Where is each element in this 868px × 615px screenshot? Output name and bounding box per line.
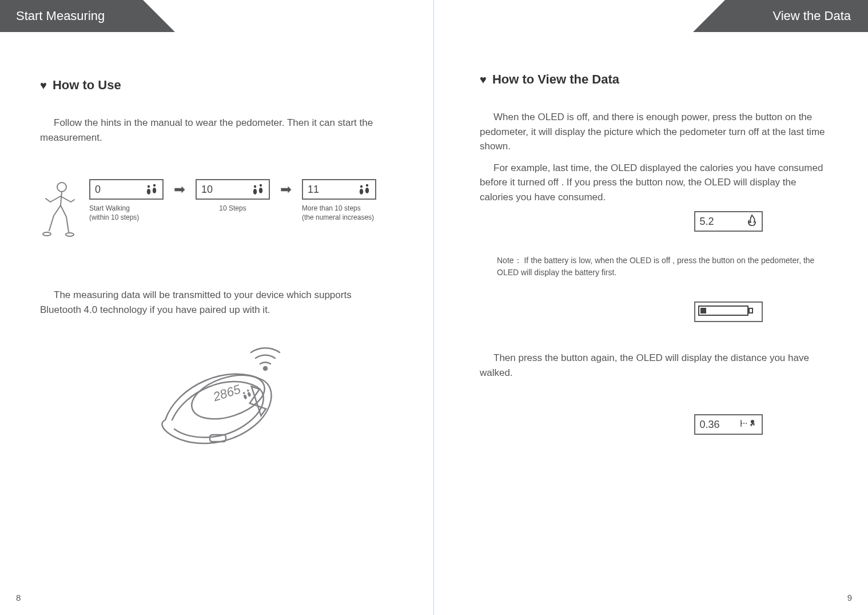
oled-value: 0.36	[700, 419, 720, 431]
note-paragraph: Note： If the battery is low, when the OL…	[497, 255, 828, 279]
tab-view-data: View the Data	[725, 0, 868, 32]
step-caption: 10 Steps	[196, 204, 270, 213]
footsteps-icon	[145, 184, 158, 195]
oled-display: 11	[302, 179, 376, 200]
step-sequence: 0 Start Walking (within 10 steps) ➡ 10	[40, 179, 393, 242]
oled-display: 0	[89, 179, 164, 200]
svg-rect-24	[700, 308, 706, 314]
svg-point-19	[242, 392, 245, 395]
oled-value: 5.2	[700, 216, 714, 228]
oled-value: 0	[95, 184, 101, 196]
heart-icon: ♥	[40, 79, 47, 92]
bluetooth-paragraph: The measuring data will be transmitted t…	[40, 288, 393, 317]
page-left: Start Measuring ♥ How to Use Follow the …	[0, 0, 434, 615]
svg-point-8	[254, 185, 256, 188]
section-how-to-use: ♥ How to Use	[40, 78, 393, 93]
footsteps-icon	[252, 184, 264, 195]
flame-icon	[747, 215, 757, 229]
svg-point-14	[366, 184, 368, 187]
svg-point-3	[147, 189, 150, 195]
tab-label: View the Data	[773, 9, 851, 23]
svg-point-1	[43, 232, 51, 236]
section-title: How to Use	[53, 78, 121, 93]
oled-distance: 0.36	[694, 414, 763, 435]
step-caption: More than 10 steps (the numeral increase…	[302, 204, 374, 222]
step-3: 11 More than 10 steps (the numeral incre…	[302, 179, 376, 222]
step-1: 0 Start Walking (within 10 steps)	[89, 179, 164, 222]
note-label: Note：	[497, 256, 522, 265]
svg-point-2	[66, 233, 74, 236]
svg-point-0	[57, 182, 66, 192]
svg-point-6	[153, 184, 156, 187]
svg-point-18	[243, 394, 247, 399]
svg-rect-23	[749, 308, 752, 313]
svg-point-4	[148, 185, 150, 188]
step-2: 10 10 Steps	[196, 179, 270, 213]
arrow-right-icon: ➡	[174, 181, 185, 197]
section-how-to-view: ♥ How to View the Data	[480, 72, 828, 87]
svg-point-7	[253, 189, 257, 195]
page-number: 8	[16, 593, 21, 602]
view-p2: For example, last time, the OLED display…	[480, 161, 828, 205]
wristband-illustration: 2865	[40, 334, 393, 460]
intro-paragraph: Follow the hints in the manual to wear t…	[40, 116, 393, 145]
oled-calories: 5.2	[694, 211, 763, 232]
tab-start-measuring: Start Measuring	[0, 0, 143, 32]
view-p1: When the OLED is off, and there is enoug…	[480, 110, 828, 154]
page-right: View the Data ♥ How to View the Data Whe…	[434, 0, 868, 615]
svg-point-13	[365, 188, 369, 193]
svg-point-21	[246, 389, 249, 392]
tab-label: Start Measuring	[16, 9, 105, 23]
svg-point-9	[259, 188, 262, 193]
svg-point-20	[247, 392, 251, 397]
step-caption: Start Walking (within 10 steps)	[89, 204, 139, 222]
walking-person-icon	[40, 179, 79, 242]
battery-icon	[698, 304, 759, 320]
svg-point-27	[751, 420, 754, 423]
distance-icon	[740, 418, 757, 431]
oled-battery	[694, 301, 763, 322]
view-p3: Then press the button again, the OLED wi…	[480, 351, 828, 380]
oled-value: 10	[201, 184, 213, 196]
oled-display: 10	[196, 179, 270, 200]
svg-point-10	[260, 184, 262, 187]
page-number: 9	[847, 593, 852, 602]
note-text: If the battery is low, when the OLED is …	[497, 256, 814, 277]
svg-point-12	[360, 185, 363, 188]
footsteps-icon	[358, 184, 371, 195]
svg-point-5	[153, 188, 156, 193]
arrow-right-icon: ➡	[280, 181, 292, 197]
heart-icon: ♥	[480, 73, 487, 86]
svg-point-11	[360, 189, 363, 195]
section-title: How to View the Data	[492, 72, 619, 87]
footsteps-icon	[242, 389, 252, 399]
svg-point-15	[264, 367, 267, 370]
oled-value: 11	[308, 184, 319, 196]
